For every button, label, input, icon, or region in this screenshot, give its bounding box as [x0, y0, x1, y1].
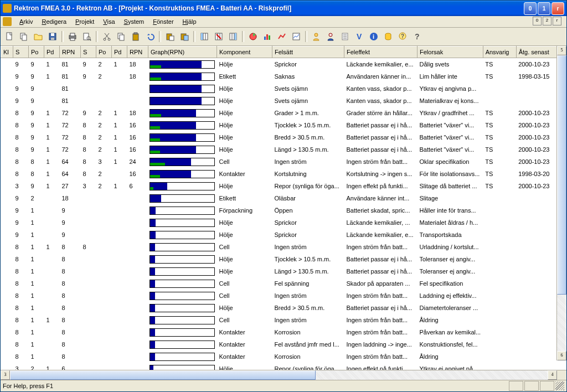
table-row[interactable]: 818HöljeTjocklek > 10.5 m.m.Batteriet pa…: [1, 253, 559, 265]
cell[interactable]: 1: [29, 253, 44, 265]
cell[interactable]: 8: [13, 168, 29, 180]
cell[interactable]: 81: [60, 70, 81, 82]
cell[interactable]: 8: [13, 253, 29, 265]
table-row[interactable]: 9918192118HöljeSprickorLäckande kemikali…: [1, 58, 559, 71]
cell[interactable]: [148, 82, 217, 95]
titlebar[interactable]: Rektron FMEA 3.0 - Rektron AB - [Projekt…: [1, 1, 566, 16]
cell[interactable]: 8: [13, 350, 29, 363]
table-row[interactable]: 919HöljeSprickorLäckande kemikalier, ...…: [1, 216, 559, 229]
cell[interactable]: [96, 350, 112, 363]
col-header-po[interactable]: Po: [96, 47, 112, 58]
cell[interactable]: 2000-10-23: [516, 107, 558, 119]
cell[interactable]: 1: [44, 58, 60, 71]
cell[interactable]: [1, 277, 13, 290]
cell[interactable]: 8: [13, 338, 29, 350]
cell[interactable]: [1, 314, 13, 326]
cell[interactable]: [81, 95, 96, 107]
cell[interactable]: Diametertoleranser ...: [417, 302, 483, 314]
cell[interactable]: Batteriet skadat, spric...: [344, 204, 417, 216]
menu-redigera[interactable]: Redigera: [37, 17, 71, 26]
cell[interactable]: 9: [13, 216, 29, 229]
cell[interactable]: Sprickor: [272, 216, 344, 229]
cell[interactable]: 2000-10-23: [516, 58, 558, 71]
help-bubble-button[interactable]: ?: [396, 30, 409, 43]
cell[interactable]: 1: [44, 107, 60, 119]
cell[interactable]: 8: [29, 168, 44, 180]
cell[interactable]: [516, 314, 558, 326]
cell[interactable]: 9: [29, 143, 44, 156]
cell[interactable]: [81, 192, 96, 204]
cell[interactable]: 64: [60, 156, 81, 168]
cell[interactable]: [112, 350, 127, 363]
cell[interactable]: 1: [29, 216, 44, 229]
cell[interactable]: [44, 204, 60, 216]
cell[interactable]: Slitage då batteriet ...: [417, 180, 483, 192]
cell[interactable]: [148, 95, 217, 107]
cell[interactable]: Batteriet "växer" vi...: [417, 131, 483, 143]
cell[interactable]: [81, 338, 96, 350]
table-row[interactable]: 9218EtikettOläsbarAnvändare känner int..…: [1, 192, 559, 204]
cell[interactable]: 1: [44, 168, 60, 180]
cell[interactable]: [96, 265, 112, 277]
col-header-s[interactable]: S: [13, 47, 29, 58]
cell[interactable]: Cell: [217, 241, 272, 253]
cell[interactable]: [148, 253, 217, 265]
cell[interactable]: [1, 156, 13, 168]
cell[interactable]: 72: [60, 119, 81, 131]
cell[interactable]: 2000-10-23: [516, 131, 558, 143]
cell[interactable]: Hölje: [217, 302, 272, 314]
cell[interactable]: 8: [60, 338, 81, 350]
cell[interactable]: 8: [13, 107, 29, 119]
risk-table[interactable]: KlSPoPdRPNSPoPdRPNGraph(RPN)KomponentFel…: [1, 46, 559, 370]
col-header-s[interactable]: S: [81, 47, 96, 58]
cell[interactable]: 1: [29, 350, 44, 363]
cell[interactable]: [127, 302, 148, 314]
cell[interactable]: Tjocklek > 10.5 m.m.: [272, 119, 344, 131]
cell[interactable]: Batteriet passar ej i hå...: [344, 302, 417, 314]
cell[interactable]: Lim håller inte: [417, 70, 483, 82]
scroll-track[interactable]: [557, 55, 566, 351]
cell[interactable]: 9: [29, 119, 44, 131]
cell[interactable]: 1: [112, 58, 127, 71]
cell[interactable]: [483, 216, 516, 229]
cell[interactable]: 3: [96, 156, 112, 168]
table-row[interactable]: 391273216HöljeRepor (synliga för öga...I…: [1, 180, 559, 192]
cell[interactable]: 9: [29, 95, 44, 107]
cell[interactable]: Ytkrav ej angivet på...: [417, 363, 483, 370]
cell[interactable]: [516, 253, 558, 265]
undo-button[interactable]: [143, 30, 157, 43]
hscroll-thumb[interactable]: [10, 370, 316, 380]
cell[interactable]: [44, 338, 60, 350]
cell[interactable]: 72: [60, 143, 81, 156]
table-row[interactable]: 8917282116HöljeTjocklek > 10.5 m.m.Batte…: [1, 119, 559, 131]
cell[interactable]: [483, 350, 516, 363]
cell[interactable]: 9: [13, 82, 29, 95]
cell[interactable]: [44, 265, 60, 277]
cell[interactable]: 1: [112, 107, 127, 119]
cell[interactable]: Ingen effekt på funkti...: [344, 363, 417, 370]
cell[interactable]: [148, 131, 217, 143]
menu-fönster[interactable]: Fönster: [148, 17, 178, 26]
cell[interactable]: [516, 216, 558, 229]
cell[interactable]: 8: [13, 290, 29, 302]
cell[interactable]: [112, 302, 127, 314]
cell[interactable]: 8: [13, 131, 29, 143]
cell[interactable]: Ingen effekt på funkti...: [344, 180, 417, 192]
cell[interactable]: Ingen ström från batt...: [344, 241, 417, 253]
cell[interactable]: 1: [112, 143, 127, 156]
cell[interactable]: Oläsbar: [272, 192, 344, 204]
cell[interactable]: Materialet åldras / h...: [417, 216, 483, 229]
col-header-pd[interactable]: Pd: [112, 47, 127, 58]
cell[interactable]: 9: [60, 216, 81, 229]
cell[interactable]: Urladdning / kortslut...: [417, 241, 483, 253]
cell[interactable]: [1, 131, 13, 143]
cell[interactable]: 1: [112, 131, 127, 143]
cell[interactable]: [127, 326, 148, 338]
cell[interactable]: 2: [96, 70, 112, 82]
table-row[interactable]: 881648216KontakterKortslutningKortslutni…: [1, 168, 559, 180]
cell[interactable]: 81: [60, 95, 81, 107]
cell[interactable]: Batteriet "växer" vi...: [417, 143, 483, 156]
cell[interactable]: [516, 326, 558, 338]
cell[interactable]: [1, 70, 13, 82]
cell[interactable]: Håller inte för trans...: [417, 204, 483, 216]
